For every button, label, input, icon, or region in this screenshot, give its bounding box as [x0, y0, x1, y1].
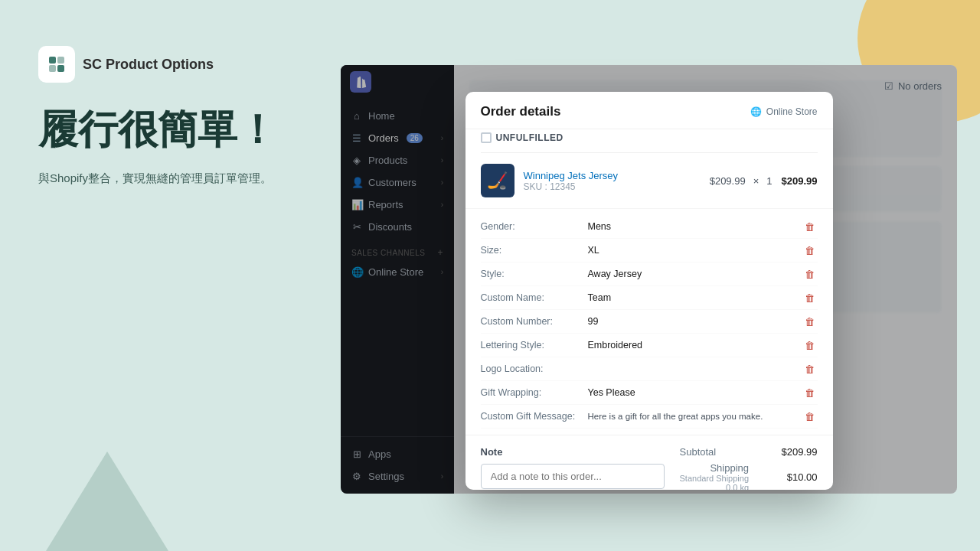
delete-logo-button[interactable]: 🗑 [802, 361, 818, 377]
shipping-value: $10.00 [787, 471, 818, 483]
option-gender-label: Gender: [481, 221, 588, 232]
svg-rect-3 [57, 65, 64, 72]
option-style: Style: Away Jersey 🗑 [481, 262, 818, 286]
marketing-desc: 與Shopify整合，實現無縫的管理員訂單管理。 [38, 168, 283, 188]
option-lettering-style: Lettering Style: Embroidered 🗑 [481, 334, 818, 357]
option-custom-name-label: Custom Name: [481, 292, 588, 303]
option-gender-value: Mens [588, 221, 802, 232]
globe-icon: 🌐 [750, 106, 762, 117]
option-size: Size: XL 🗑 [481, 239, 818, 262]
option-custom-name-value: Team [588, 292, 802, 303]
product-image: 🏒 [481, 164, 514, 197]
option-gift-wrapping-value: Yes Please [588, 387, 802, 398]
subtotal-label: Subtotal [680, 446, 717, 458]
fulfillment-checkbox[interactable] [481, 132, 492, 143]
multiply-symbol: × [753, 175, 760, 187]
product-price: $209.99 [710, 175, 746, 187]
product-sku: SKU : 12345 [524, 181, 701, 192]
svg-rect-1 [57, 57, 64, 64]
modal-title: Order details [481, 104, 561, 119]
brand-icon [38, 46, 75, 83]
option-custom-number: Custom Number: 99 🗑 [481, 310, 818, 334]
product-total: $209.99 [782, 175, 818, 187]
svg-rect-2 [49, 65, 56, 72]
option-logo-label: Logo Location: [481, 364, 588, 374]
product-price-section: $209.99 × 1 [710, 175, 773, 187]
option-custom-number-label: Custom Number: [481, 316, 588, 327]
modal-header: Order details 🌐 Online Store [466, 92, 833, 129]
brand-name: SC Product Options [83, 57, 214, 73]
shipping-method: Standard Shipping [680, 474, 750, 483]
shipping-row: Shipping Standard Shipping 0.0 kg $10.00 [680, 462, 818, 490]
option-gift-wrapping-label: Gift Wrapping: [481, 387, 588, 398]
subtotal-row: Subtotal $209.99 [680, 446, 818, 458]
subtotal-value: $209.99 [782, 446, 818, 458]
option-size-label: Size: [481, 245, 588, 256]
shipping-label-group: Shipping Standard Shipping 0.0 kg [680, 462, 750, 490]
online-store-badge: 🌐 Online Store [750, 106, 818, 117]
option-gift-message-label: Custom Gift Message: [481, 411, 588, 422]
svg-rect-0 [49, 57, 56, 64]
option-logo-location: Logo Location: 🗑 [481, 357, 818, 381]
option-custom-name: Custom Name: Team 🗑 [481, 286, 818, 310]
modal-overlay: Order details 🌐 Online Store UNFULFILLED… [341, 65, 957, 494]
delete-gift-wrapping-button[interactable]: 🗑 [802, 385, 818, 400]
option-gift-message-value: Here is a gift for all the great apps yo… [588, 412, 802, 421]
order-details-modal: Order details 🌐 Online Store UNFULFILLED… [466, 92, 833, 490]
delete-gender-button[interactable]: 🗑 [802, 219, 818, 234]
store-label: Online Store [766, 106, 818, 117]
option-lettering-label: Lettering Style: [481, 340, 588, 350]
option-gender: Gender: Mens 🗑 [481, 215, 818, 239]
option-style-value: Away Jersey [588, 269, 802, 279]
option-gift-message: Custom Gift Message: Here is a gift for … [481, 405, 818, 429]
product-quantity: 1 [766, 175, 772, 187]
product-name[interactable]: Winnipeg Jets Jersey [524, 170, 701, 181]
note-section: Note Save Subtotal $209.99 Shipping Stan… [466, 435, 833, 490]
option-style-label: Style: [481, 269, 588, 279]
marketing-heading: 履行很簡單！ [38, 106, 283, 153]
option-size-value: XL [588, 245, 802, 256]
note-label: Note [481, 446, 665, 458]
shipping-label: Shipping [680, 462, 750, 474]
delete-style-button[interactable]: 🗑 [802, 266, 818, 282]
delete-size-button[interactable]: 🗑 [802, 243, 818, 258]
delete-lettering-button[interactable]: 🗑 [802, 337, 818, 353]
option-custom-number-value: 99 [588, 316, 802, 327]
product-info: Winnipeg Jets Jersey SKU : 12345 [524, 170, 701, 192]
delete-gift-message-button[interactable]: 🗑 [802, 409, 818, 424]
delete-custom-name-button[interactable]: 🗑 [802, 290, 818, 305]
delete-custom-number-button[interactable]: 🗑 [802, 314, 818, 329]
option-gift-wrapping: Gift Wrapping: Yes Please 🗑 [481, 381, 818, 405]
note-input[interactable] [481, 464, 665, 489]
option-lettering-value: Embroidered [588, 340, 802, 350]
marketing-panel: SC Product Options 履行很簡單！ 與Shopify整合，實現無… [0, 0, 322, 551]
options-section: Gender: Mens 🗑 Size: XL 🗑 Style: Away Je… [466, 209, 833, 435]
brand-logo: SC Product Options [38, 46, 283, 83]
shipping-weight: 0.0 kg [680, 483, 750, 490]
fulfillment-status: UNFULFILLED [496, 132, 564, 143]
unfulfilled-section: UNFULFILLED [481, 129, 818, 153]
product-row: 🏒 Winnipeg Jets Jersey SKU : 12345 $209.… [466, 153, 833, 209]
